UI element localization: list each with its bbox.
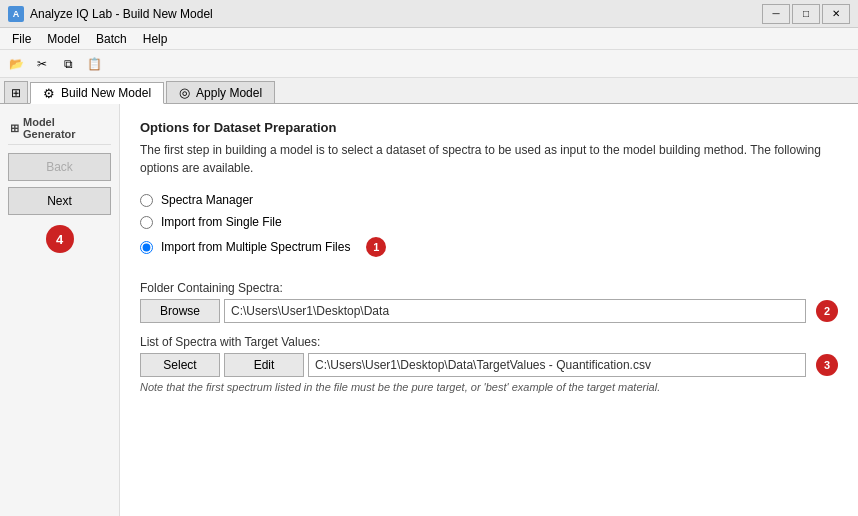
main-area: ⊞ Model Generator Back Next 4 Options fo…	[0, 104, 858, 516]
menu-file[interactable]: File	[4, 28, 39, 50]
folder-label: Folder Containing Spectra:	[140, 281, 838, 295]
edit-button[interactable]: Edit	[224, 353, 304, 377]
folder-section: Folder Containing Spectra: Browse 2	[140, 281, 838, 323]
tab-build-label: Build New Model	[61, 86, 151, 100]
app-icon: A	[8, 6, 24, 22]
section-title: Options for Dataset Preparation	[140, 120, 838, 135]
radio-single-file[interactable]: Import from Single File	[140, 215, 838, 229]
radio-multiple-files[interactable]: Import from Multiple Spectrum Files 1	[140, 237, 838, 257]
folder-open-button[interactable]: 📂	[4, 52, 28, 76]
copy-button[interactable]: ⧉	[56, 52, 80, 76]
tab-build-new-model[interactable]: ⚙ Build New Model	[30, 82, 164, 104]
badge-1: 1	[366, 237, 386, 257]
browse-button[interactable]: Browse	[140, 299, 220, 323]
spectra-label: List of Spectra with Target Values:	[140, 335, 838, 349]
spectra-row: Select Edit 3	[140, 353, 838, 377]
menu-help[interactable]: Help	[135, 28, 176, 50]
maximize-button[interactable]: □	[792, 4, 820, 24]
panel-header: ⊞ Model Generator	[8, 112, 111, 145]
window-controls: ─ □ ✕	[762, 4, 850, 24]
badge-3: 3	[816, 354, 838, 376]
folder-path-input[interactable]	[224, 299, 806, 323]
menu-bar: File Model Batch Help	[0, 28, 858, 50]
close-button[interactable]: ✕	[822, 4, 850, 24]
cut-button[interactable]: ✂	[30, 52, 54, 76]
radio-single-file-label: Import from Single File	[161, 215, 282, 229]
radio-spectra-manager-label: Spectra Manager	[161, 193, 253, 207]
apply-model-icon: ◎	[179, 85, 190, 100]
spectra-section: List of Spectra with Target Values: Sele…	[140, 335, 838, 393]
radio-spectra-manager[interactable]: Spectra Manager	[140, 193, 838, 207]
radio-spectra-manager-input[interactable]	[140, 194, 153, 207]
back-button[interactable]: Back	[8, 153, 111, 181]
radio-multiple-files-input[interactable]	[140, 241, 153, 254]
section-description: The first step in building a model is to…	[140, 141, 838, 177]
tab-apply-label: Apply Model	[196, 86, 262, 100]
title-bar: A Analyze IQ Lab - Build New Model ─ □ ✕	[0, 0, 858, 28]
radio-single-file-input[interactable]	[140, 216, 153, 229]
content-panel: Options for Dataset Preparation The firs…	[120, 104, 858, 516]
panel-header-icon: ⊞	[10, 122, 19, 135]
sidebar-icon: ⊞	[4, 81, 28, 103]
panel-header-label: Model Generator	[23, 116, 109, 140]
badge-2: 2	[816, 300, 838, 322]
folder-row: Browse 2	[140, 299, 838, 323]
radio-group: Spectra Manager Import from Single File …	[140, 193, 838, 257]
minimize-button[interactable]: ─	[762, 4, 790, 24]
tab-apply-model[interactable]: ◎ Apply Model	[166, 81, 275, 103]
title-bar-left: A Analyze IQ Lab - Build New Model	[8, 6, 213, 22]
spectra-path-input[interactable]	[308, 353, 806, 377]
next-button[interactable]: Next	[8, 187, 111, 215]
tab-bar: ⊞ ⚙ Build New Model ◎ Apply Model	[0, 78, 858, 104]
menu-batch[interactable]: Batch	[88, 28, 135, 50]
radio-multiple-files-label: Import from Multiple Spectrum Files	[161, 240, 350, 254]
select-button[interactable]: Select	[140, 353, 220, 377]
build-model-icon: ⚙	[43, 86, 55, 101]
left-panel: ⊞ Model Generator Back Next 4	[0, 104, 120, 516]
spectra-note: Note that the first spectrum listed in t…	[140, 381, 838, 393]
toolbar: 📂 ✂ ⧉ 📋	[0, 50, 858, 78]
menu-model[interactable]: Model	[39, 28, 88, 50]
window-title: Analyze IQ Lab - Build New Model	[30, 7, 213, 21]
paste-button[interactable]: 📋	[82, 52, 106, 76]
step-badge: 4	[46, 225, 74, 253]
